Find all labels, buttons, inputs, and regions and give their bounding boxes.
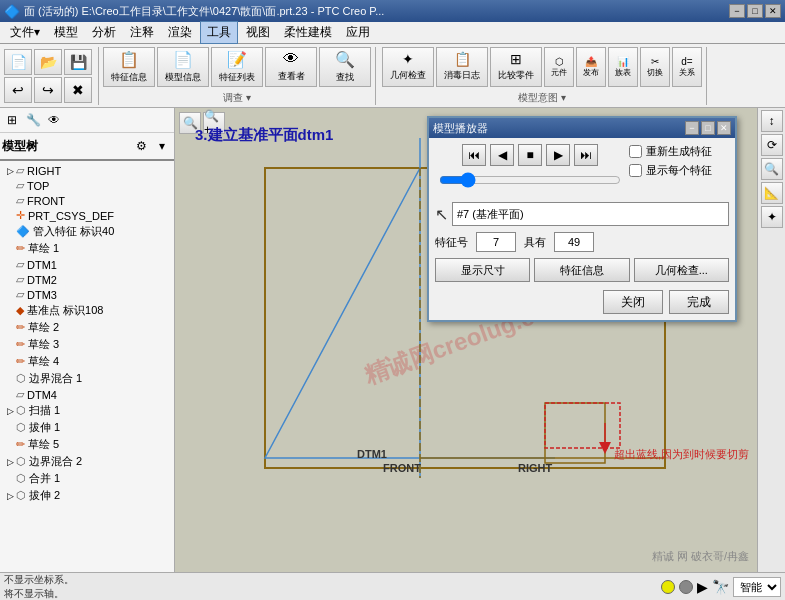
sidebar-settings[interactable]: ⚙ (131, 136, 151, 156)
dialog-maximize[interactable]: □ (701, 121, 715, 135)
tb-new[interactable]: 📄 (4, 49, 32, 75)
btn-done[interactable]: 完成 (669, 290, 729, 314)
tree-item-sketch4[interactable]: ✏ 草绘 4 (2, 353, 172, 370)
checkbox-show-each[interactable] (629, 164, 642, 177)
tb-compare[interactable]: ⊞ 比较零件 (490, 47, 542, 87)
tree-item-prt-csys[interactable]: ✛ PRT_CSYS_DEF (2, 208, 172, 223)
dialog-footer: 关闭 完成 (435, 290, 729, 314)
tb-clear-log[interactable]: 📋 消毒日志 (436, 47, 488, 87)
tree-item-merge1[interactable]: ⬡ 边界混合 1 (2, 370, 172, 387)
menu-tools[interactable]: 工具 (200, 21, 238, 44)
feature-count-label: 具有 (524, 235, 546, 250)
tb-relation[interactable]: d=关系 (672, 47, 702, 87)
tree-item-dtm1[interactable]: ▱ DTM1 (2, 257, 172, 272)
playback-prev[interactable]: ◀ (490, 144, 514, 166)
menu-view[interactable]: 视图 (240, 22, 276, 43)
toolbar-standard: 📄 📂 💾 ↩ ↪ ✖ (4, 47, 99, 105)
tree-item-merge3[interactable]: ⬡ 合并 1 (2, 470, 172, 487)
tb-cut[interactable]: ✂切换 (640, 47, 670, 87)
tree-item-right[interactable]: ▷ ▱ RIGHT (2, 163, 172, 178)
right-btn-5[interactable]: ✦ (761, 206, 783, 228)
playback-stop[interactable]: ■ (518, 144, 542, 166)
expand-fill1: ▷ (4, 406, 16, 416)
tree-item-top[interactable]: ▱ TOP (2, 178, 172, 193)
dialog-close[interactable]: ✕ (717, 121, 731, 135)
menu-analysis[interactable]: 分析 (86, 22, 122, 43)
icon-s5: ✏ (16, 438, 25, 451)
tree-item-mirror1[interactable]: ⬡ 拔伸 1 (2, 419, 172, 436)
tree-item-feature40[interactable]: 🔷 管入特征 标识40 (2, 223, 172, 240)
btn-geo-check[interactable]: 几何检查... (634, 258, 729, 282)
menu-application[interactable]: 应用 (340, 22, 376, 43)
feature-name-display: #7 (基准平面) (452, 202, 729, 226)
tb-geo-check[interactable]: ✦ 几何检查 (382, 47, 434, 87)
playback-play[interactable]: ▶ (546, 144, 570, 166)
btn-feature-info[interactable]: 特征信息 (534, 258, 629, 282)
menu-file[interactable]: 文件▾ (4, 22, 46, 43)
feature-slider[interactable] (439, 172, 621, 188)
tree-item-merge2[interactable]: ▷ ⬡ 边界混合 2 (2, 453, 172, 470)
menu-annotation[interactable]: 注释 (124, 22, 160, 43)
close-button[interactable]: ✕ (765, 4, 781, 18)
tb-publish[interactable]: 📤发布 (576, 47, 606, 87)
tb-feature-list[interactable]: 📝 特征列表 (211, 47, 263, 87)
slider-container[interactable] (435, 172, 625, 196)
tree-item-sketch1[interactable]: ✏ 草绘 1 (2, 240, 172, 257)
tb-model-info[interactable]: 📄 模型信息 (157, 47, 209, 87)
tree-item-feature108[interactable]: ◆ 基准点 标识108 (2, 302, 172, 319)
sidebar-icon-view[interactable]: 👁 (44, 110, 64, 130)
tb-open[interactable]: 📂 (34, 49, 62, 75)
right-btn-3[interactable]: 🔍 (761, 158, 783, 180)
menu-model[interactable]: 模型 (48, 22, 84, 43)
feature-id-input[interactable] (476, 232, 516, 252)
maximize-button[interactable]: □ (747, 4, 763, 18)
tree-item-dtm2[interactable]: ▱ DTM2 (2, 272, 172, 287)
tb-undo[interactable]: ↩ (4, 77, 32, 103)
expand-right: ▷ (4, 166, 16, 176)
tb-viewer[interactable]: 👁 查看者 (265, 47, 317, 87)
playback-last[interactable]: ⏭ (574, 144, 598, 166)
btn-close[interactable]: 关闭 (603, 290, 663, 314)
dialog-title-buttons: − □ ✕ (685, 121, 731, 135)
tree-item-dtm4[interactable]: ▱ DTM4 (2, 387, 172, 402)
window-title: 面 (活动的) E:\Creo工作目录\工作文件\0427\散面\面.prt.2… (24, 4, 384, 19)
dialog-minimize[interactable]: − (685, 121, 699, 135)
tb-component[interactable]: ⬡元件 (544, 47, 574, 87)
checkbox-regenerate[interactable] (629, 145, 642, 158)
app-icon: 🔷 (4, 4, 20, 19)
sidebar-arrow-down[interactable]: ▾ (152, 136, 172, 156)
btn-display-size[interactable]: 显示尺寸 (435, 258, 530, 282)
menu-flexible[interactable]: 柔性建模 (278, 22, 338, 43)
tree-item-sketch2[interactable]: ✏ 草绘 2 (2, 319, 172, 336)
minimize-button[interactable]: − (729, 4, 745, 18)
tb-feature-info[interactable]: 📋 特征信息 (103, 47, 155, 87)
feature-count-input[interactable] (554, 232, 594, 252)
right-btn-2[interactable]: ⟳ (761, 134, 783, 156)
status-play-icon[interactable]: ▶ (697, 579, 708, 595)
sidebar-icon-tools[interactable]: 🔧 (23, 110, 43, 130)
tree-item-fill1[interactable]: ▷ ⬡ 扫描 1 (2, 402, 172, 419)
expand-merge2: ▷ (4, 457, 16, 467)
menu-render[interactable]: 渲染 (162, 22, 198, 43)
status-line2: 将不显示轴。 (4, 587, 74, 601)
sidebar-icon-grid[interactable]: ⊞ (2, 110, 22, 130)
status-mode-select[interactable]: 智能 (733, 577, 781, 597)
tb-save[interactable]: 💾 (64, 49, 92, 75)
icon-s3: ✏ (16, 338, 25, 351)
tree-item-sketch5[interactable]: ✏ 草绘 5 (2, 436, 172, 453)
playback-first[interactable]: ⏮ (462, 144, 486, 166)
icon-right: ▱ (16, 164, 24, 177)
tb-extra[interactable]: ✖ (64, 77, 92, 103)
tree-item-sketch3[interactable]: ✏ 草绘 3 (2, 336, 172, 353)
status-binoculars-icon[interactable]: 🔭 (712, 579, 729, 595)
tree-item-front[interactable]: ▱ FRONT (2, 193, 172, 208)
tree-item-mirror2[interactable]: ▷ ⬡ 拔伸 2 (2, 487, 172, 504)
tb-redo[interactable]: ↪ (34, 77, 62, 103)
tb-find[interactable]: 🔍 查找 (319, 47, 371, 87)
right-btn-1[interactable]: ↕ (761, 110, 783, 132)
right-btn-4[interactable]: 📐 (761, 182, 783, 204)
tree-item-dtm3[interactable]: ▱ DTM3 (2, 287, 172, 302)
tb-family[interactable]: 📊族表 (608, 47, 638, 87)
model-tree: ▷ ▱ RIGHT ▱ TOP ▱ FRONT ✛ PRT_CSYS_DEF (0, 161, 174, 572)
checkbox-show-each-row: 显示每个特征 (629, 163, 729, 178)
